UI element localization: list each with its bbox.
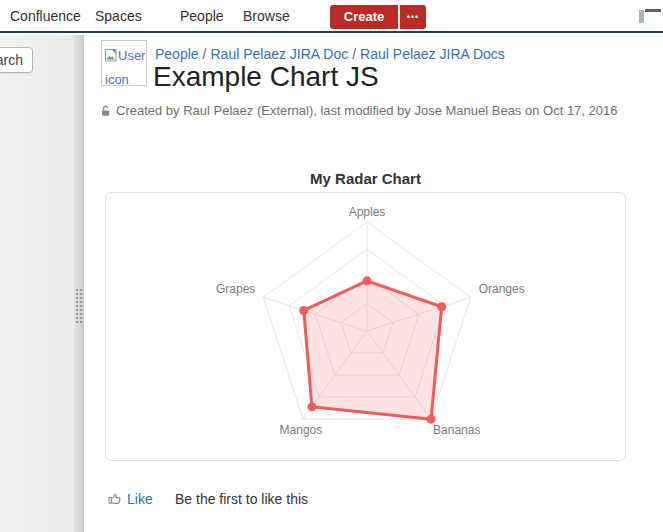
- radar-axis-label: Apples: [349, 205, 386, 219]
- radar-chart: ApplesOrangesBananasMangosGrapes: [106, 193, 625, 460]
- thumbs-up-icon[interactable]: [108, 491, 123, 510]
- unlocked-padlock-icon: [100, 105, 112, 117]
- nav-spaces[interactable]: Spaces: [95, 0, 142, 33]
- breadcrumb-link-people[interactable]: People: [155, 46, 199, 62]
- breadcrumb-link-space[interactable]: Raul Pelaez JIRA Doc: [210, 46, 348, 62]
- chart-title: My Radar Chart: [105, 170, 626, 187]
- nav-people[interactable]: People: [180, 0, 224, 33]
- search-input-text: arch: [0, 52, 23, 68]
- broken-user-avatar: User icon: [101, 40, 147, 86]
- confluence-page: Confluence Spaces People Browse Create •…: [0, 0, 663, 532]
- radar-axis-label: Mangos: [280, 423, 323, 437]
- partial-frame-icon: [645, 9, 661, 12]
- radar-axis-label: Grapes: [216, 282, 255, 296]
- like-hint-text: Be the first to like this: [175, 491, 308, 507]
- more-actions-button[interactable]: •••: [400, 5, 426, 29]
- left-sidebar: [0, 35, 74, 532]
- radar-axis-label: Oranges: [479, 282, 525, 296]
- search-input[interactable]: arch: [0, 47, 33, 73]
- breadcrumb-link-docs[interactable]: Raul Pelaez JIRA Docs: [360, 46, 505, 62]
- breadcrumb-separator: /: [199, 46, 211, 62]
- breadcrumb-separator: /: [348, 46, 360, 62]
- torn-page-icon: [105, 48, 117, 62]
- like-button[interactable]: Like: [127, 491, 153, 507]
- byline-text: Created by Raul Pelaez (External), last …: [116, 103, 618, 118]
- chart-panel: ApplesOrangesBananasMangosGrapes: [105, 192, 626, 461]
- breadcrumb: People/Raul Pelaez JIRA Doc/Raul Pelaez …: [155, 46, 505, 62]
- page-title: Example Chart JS: [153, 61, 379, 93]
- byline: Created by Raul Pelaez (External), last …: [100, 103, 618, 118]
- radar-axis-label: Bananas: [433, 423, 480, 437]
- drag-dots-icon[interactable]: [76, 289, 83, 327]
- partial-frame-icon: [639, 10, 644, 23]
- create-button[interactable]: Create: [330, 5, 398, 29]
- sidebar-resize-gutter[interactable]: [74, 35, 84, 532]
- nav-confluence[interactable]: Confluence: [10, 0, 81, 33]
- top-header: Confluence Spaces People Browse Create •…: [0, 0, 663, 33]
- nav-browse[interactable]: Browse: [243, 0, 290, 33]
